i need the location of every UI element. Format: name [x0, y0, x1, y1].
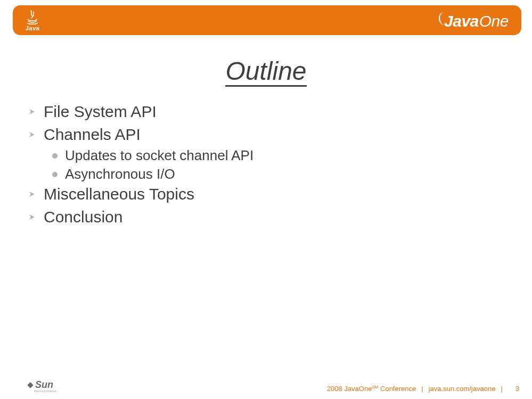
list-subitem-text: Asynchronous I/O — [65, 165, 175, 184]
dot-bullet-icon — [52, 153, 58, 159]
list-subitem-text: Updates to socket channel API — [65, 146, 253, 165]
sun-logo-text: Sun — [35, 379, 53, 390]
footer-sep: | — [421, 385, 423, 393]
footer-right: 2008 JavaOneSM Conference | java.sun.com… — [327, 385, 519, 393]
sun-logo: Sun. microsystems — [27, 379, 57, 393]
slide-header: Java JavaOne — [13, 5, 521, 35]
slide-footer: Sun. microsystems 2008 JavaOneSM Confere… — [27, 379, 519, 393]
footer-url: java.sun.com/javaone — [429, 385, 496, 393]
slide-title-text: Outline — [225, 57, 306, 87]
list-item-text: Conclusion — [44, 206, 122, 228]
javaone-logo-one: One — [479, 12, 509, 30]
list-item: Conclusion — [29, 206, 511, 228]
svg-rect-0 — [27, 382, 33, 388]
arrow-bullet-icon — [29, 130, 37, 139]
slide-content: File System API Channels API Updates to … — [29, 101, 511, 229]
list-item: File System API — [29, 101, 511, 123]
footer-conference: 2008 JavaOneSM Conference — [327, 385, 416, 393]
list-item-text: File System API — [44, 101, 157, 123]
java-logo: Java — [26, 10, 39, 31]
sun-microsystems-text: microsystems — [34, 389, 57, 393]
java-cup-icon — [27, 10, 38, 24]
list-subitem: Updates to socket channel API — [52, 146, 511, 165]
list-subitem: Asynchronous I/O — [52, 165, 511, 184]
footer-sep: | — [501, 385, 502, 393]
arrow-bullet-icon — [29, 213, 37, 221]
list-item-text: Miscellaneous Topics — [44, 184, 194, 205]
list-item: Channels API — [29, 124, 511, 146]
list-item: Miscellaneous Topics — [29, 184, 511, 205]
arrow-bullet-icon — [29, 107, 37, 116]
page-number: 3 — [515, 385, 519, 393]
list-item-text: Channels API — [44, 124, 141, 146]
sun-diamond-icon — [27, 381, 34, 389]
arrow-bullet-icon — [29, 190, 37, 198]
javaone-logo-java: Java — [444, 12, 479, 30]
javaone-logo: JavaOne — [436, 11, 509, 30]
dot-bullet-icon — [52, 172, 58, 177]
slide-title: Outline — [0, 56, 532, 86]
java-logo-text: Java — [26, 26, 39, 31]
